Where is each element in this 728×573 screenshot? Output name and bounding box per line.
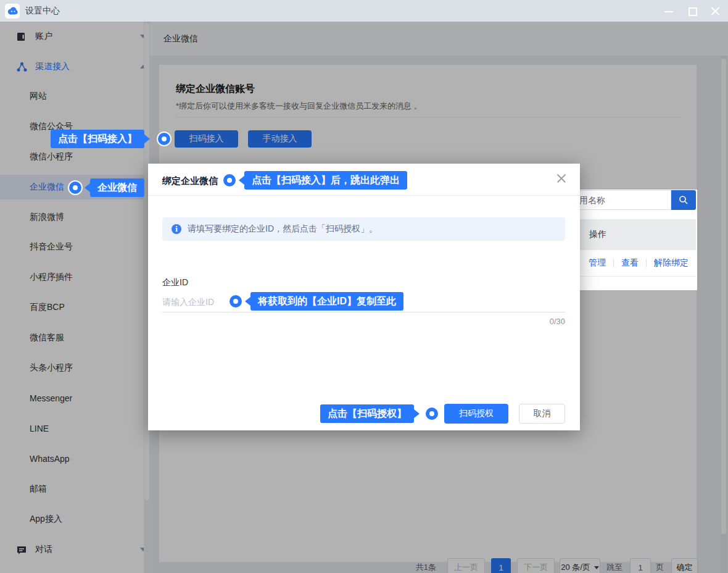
page-header: 企业微信 bbox=[150, 22, 728, 56]
info-icon: i bbox=[172, 224, 181, 234]
sidebar-group-label: 对话 bbox=[35, 544, 52, 555]
minimize-icon[interactable] bbox=[664, 6, 674, 16]
page-title: 企业微信 bbox=[163, 33, 198, 44]
cancel-button[interactable]: 取消 bbox=[519, 404, 565, 424]
corp-id-label: 企业ID bbox=[162, 277, 188, 288]
conversation-icon bbox=[16, 545, 27, 555]
callout-paste-id: 将获取到的【企业ID】复制至此 bbox=[250, 292, 403, 311]
table-column-header: 操作 bbox=[577, 219, 696, 250]
modal-title: 绑定企业微信 bbox=[162, 175, 218, 187]
divider bbox=[176, 117, 680, 117]
search-button[interactable] bbox=[671, 190, 696, 210]
search-input-text: 用名称 bbox=[579, 191, 605, 209]
divider bbox=[577, 276, 696, 277]
bound-apps-panel: 用名称 操作 管理 查看 解除绑定 bbox=[575, 190, 697, 290]
prev-page-button[interactable]: 上一页 bbox=[447, 558, 485, 573]
modal-close-icon[interactable] bbox=[556, 174, 566, 183]
app-logo bbox=[5, 4, 20, 19]
view-link[interactable]: 查看 bbox=[621, 257, 639, 269]
account-icon bbox=[16, 31, 27, 42]
jump-unit: 页 bbox=[656, 562, 664, 573]
scan-authorize-button[interactable]: 扫码授权 bbox=[444, 404, 508, 424]
divider bbox=[646, 259, 647, 267]
callout-marker-modal-popup bbox=[223, 174, 236, 186]
close-window-icon[interactable] bbox=[711, 6, 721, 16]
divider bbox=[613, 259, 614, 267]
callout-scan-access: 点击【扫码接入】 bbox=[51, 130, 144, 148]
callout-marker-authorize bbox=[426, 408, 438, 420]
maximize-icon[interactable] bbox=[687, 6, 697, 16]
app-title: 设置中心 bbox=[25, 6, 60, 17]
main-scrollbar[interactable] bbox=[721, 56, 727, 573]
card-title: 绑定企业微信账号 bbox=[176, 83, 255, 96]
callout-arrow-icon bbox=[413, 409, 420, 419]
pagination-total: 共1条 bbox=[416, 562, 436, 573]
main-scrollbar-thumb[interactable] bbox=[721, 59, 726, 534]
callout-arrow-icon bbox=[85, 183, 91, 193]
pagination: 共1条 上一页 1 下一页 20 条/页 跳至 页 确定 bbox=[416, 558, 698, 573]
sidebar-group-label: 账户 bbox=[35, 31, 52, 42]
callout-arrow-icon bbox=[245, 296, 251, 306]
callout-marker-wework-menu bbox=[69, 182, 81, 194]
search-icon bbox=[679, 195, 689, 205]
info-banner: i 请填写要绑定的企业ID，然后点击「扫码授权」。 bbox=[162, 217, 565, 241]
next-page-button[interactable]: 下一页 bbox=[517, 558, 555, 573]
confirm-page-button[interactable]: 确定 bbox=[671, 558, 698, 573]
title-bar: 设置中心 bbox=[0, 0, 728, 22]
divider bbox=[148, 195, 580, 196]
unbind-link[interactable]: 解除绑定 bbox=[654, 257, 689, 269]
jump-page-input[interactable] bbox=[630, 558, 651, 573]
callout-arrow-icon bbox=[144, 134, 150, 144]
callout-marker-scan-access bbox=[158, 133, 170, 145]
jump-label: 跳至 bbox=[606, 562, 623, 573]
sidebar-group-label: 渠道接入 bbox=[35, 61, 70, 72]
char-counter: 0/30 bbox=[550, 317, 565, 326]
callout-wework-menu: 企业微信 bbox=[90, 178, 144, 197]
callout-marker-paste-id bbox=[230, 295, 242, 307]
sidebar: 账户 渠道接入 网站 微信公众号 微信小程序 企业微信 新浪微博 抖音企业号 小… bbox=[0, 22, 144, 573]
manual-access-button[interactable]: 手动接入 bbox=[248, 130, 312, 148]
sidebar-group-conversation[interactable]: 对话 bbox=[0, 537, 160, 562]
cloud-logo-icon bbox=[7, 7, 18, 15]
channel-access-icon bbox=[16, 62, 27, 72]
select-arrow-icon bbox=[594, 566, 599, 569]
table-row-actions: 管理 查看 解除绑定 bbox=[577, 250, 696, 276]
callout-authorize: 点击【扫码授权】 bbox=[320, 404, 414, 423]
callout-modal-popup: 点击【扫码接入】后，跳出此弹出 bbox=[244, 171, 407, 190]
callout-arrow-icon bbox=[239, 175, 245, 185]
current-page-button[interactable]: 1 bbox=[491, 558, 511, 573]
manage-link[interactable]: 管理 bbox=[589, 257, 606, 269]
sidebar-group-account[interactable]: 账户 bbox=[0, 24, 160, 49]
card-note: *绑定后你可以使用米多客统一接收与回复企业微信员工发来的消息 。 bbox=[176, 101, 422, 112]
sidebar-group-channel-access[interactable]: 渠道接入 bbox=[0, 54, 160, 79]
scan-access-button[interactable]: 扫码接入 bbox=[175, 130, 238, 148]
page-size-select[interactable]: 20 条/页 bbox=[560, 558, 600, 573]
info-text: 请填写要绑定的企业ID，然后点击「扫码授权」。 bbox=[188, 224, 378, 235]
